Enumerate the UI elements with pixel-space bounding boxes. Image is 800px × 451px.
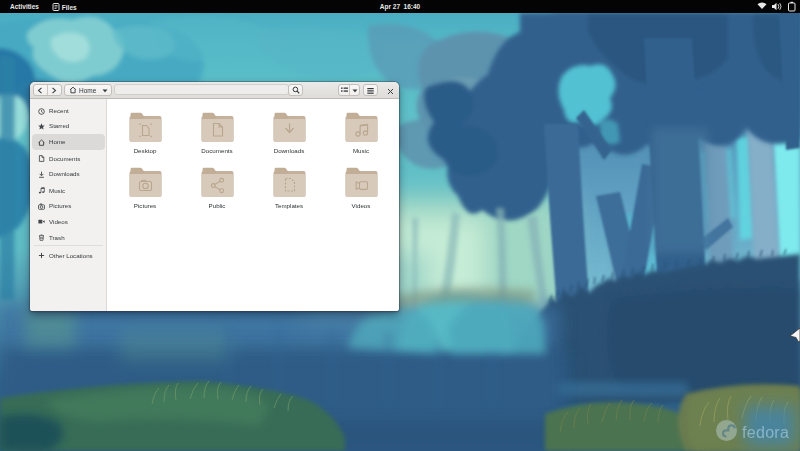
svg-text:fedora: fedora (742, 424, 789, 441)
